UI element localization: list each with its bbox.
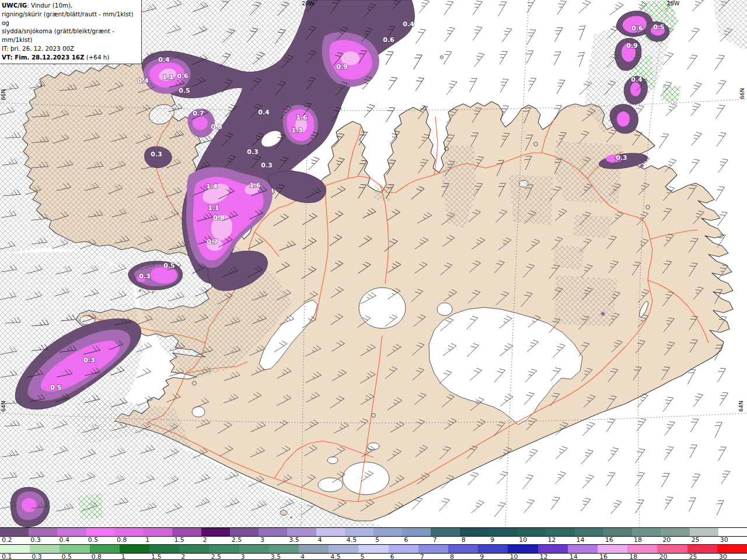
colorbar-segment (120, 545, 150, 553)
colorbar-segment (90, 545, 120, 553)
colorbar-tick-label: 12 (547, 536, 556, 544)
colorbar-segment (431, 528, 460, 536)
colorbar-tick-label: 1.5 (151, 553, 162, 560)
colorbar-tick-label: 6 (390, 553, 395, 560)
colorbar-segment (287, 528, 316, 536)
colorbar-tick-label: 8 (450, 553, 454, 560)
colorbar-segment (632, 528, 661, 536)
colorbar-sleet-snow-labels: 0.20.30.40.50.811.522.533.544.5567891012… (0, 537, 747, 544)
colorbar-segment (389, 545, 419, 553)
colorbar-tick-label: 7 (432, 536, 437, 544)
island-grimsey (440, 55, 443, 58)
colorbar-segment (149, 545, 180, 553)
colorbar-tick-label: 18 (634, 536, 642, 544)
precip-value-label: 0.9 (626, 42, 638, 50)
info-line-5: VT: Fim. 28.12.2023 16Z (+64 h) (2, 53, 139, 62)
colorbar-tick-label: 2 (203, 536, 207, 544)
colorbar-tick-label: 1 (121, 553, 125, 560)
colorbar-tick-label: 12 (540, 553, 548, 560)
precip-value-label: 0.6 (177, 72, 189, 80)
colorbar-segment (0, 545, 30, 553)
colorbar-tick-label: 3 (241, 553, 245, 560)
colorbar-tick-label: 9 (480, 553, 484, 560)
colorbar-tick-label: 16 (599, 553, 608, 560)
colorbar-tick-label: 25 (692, 536, 700, 544)
colorbar-sleet-snow (0, 527, 747, 537)
colorbar-segment (60, 545, 90, 553)
lake-thorisvatn (437, 303, 452, 316)
colorbar-tick-label: 10 (519, 536, 527, 544)
colorbar-segment (269, 545, 299, 553)
colorbar-segment (172, 528, 201, 536)
precip-value-label: 0.5 (163, 262, 175, 270)
colorbar-tick-label: 20 (659, 553, 667, 560)
colorbar-tick-label: 3.5 (271, 553, 281, 560)
precip-value-label: 0.6 (631, 24, 643, 32)
colorbar-segment (259, 528, 288, 536)
colorbar-segment (329, 545, 359, 553)
glacier-eyjafjallajokull (318, 478, 343, 492)
colorbar-tick-label: 4 (318, 536, 322, 544)
colorbar-segment (575, 528, 604, 536)
colorbar-tick-label: 25 (689, 553, 697, 560)
colorbar-tick-label: 9 (490, 536, 494, 544)
colorbar-segment (460, 528, 489, 536)
precip-value-label: 1.6 (296, 114, 308, 121)
info-line-1: UWC/IG: Vindur (10m), (2, 1, 139, 10)
colorbar-tick-label: 0.2 (2, 536, 12, 544)
colorbar-segment (627, 545, 658, 553)
iceland-forecast-map: 0.40.60.90.40.41.10.60.50.70.80.41.61.30… (0, 0, 747, 527)
graticule-label: 64N (0, 401, 6, 412)
colorbar-tick-label: 4 (301, 553, 305, 560)
colorbar-tick-label: 30 (720, 536, 728, 544)
graticule-label: 15W (667, 0, 680, 6)
colorbar-tick-label: 5 (375, 536, 379, 544)
precip-value-label: 0.8 (211, 123, 222, 131)
colorbar-tick-label: 2.5 (232, 536, 242, 544)
colorbar-tick-label: 2.5 (211, 553, 221, 560)
colorbar-segment (546, 528, 575, 536)
colorbar-segment (358, 545, 389, 553)
weather-map-page: 0.40.60.90.40.41.10.60.50.70.80.41.61.30… (0, 0, 747, 560)
colorbar-segment (144, 528, 173, 536)
colorbar-segment (598, 545, 628, 553)
colorbar-segment (57, 528, 86, 536)
colorbar-tick-label: 14 (577, 536, 585, 544)
colorbar-segment (86, 528, 116, 536)
precip-value-label: 0.6 (383, 36, 395, 44)
colorbar-segment (239, 545, 270, 553)
precip-value-label: 1.6 (249, 181, 261, 189)
precip-value-label: 0.8 (213, 214, 225, 222)
colorbar-segment (687, 545, 718, 553)
colorbar-legend: 0.20.30.40.50.811.522.533.544.5567891012… (0, 527, 747, 560)
precip-value-label: 0.4 (158, 56, 170, 64)
colorbar-tick-label: 0.3 (30, 536, 41, 544)
colorbar-rain (0, 544, 747, 554)
colorbar-segment (448, 545, 479, 553)
info-line-3: slydda/snjókoma (grátt/bleikt/grænt - mm… (2, 27, 139, 44)
colorbar-segment (488, 528, 518, 536)
colorbar-segment (418, 545, 449, 553)
colorbar-segment (508, 545, 538, 553)
colorbar-tick-label: 0.1 (2, 553, 12, 560)
colorbar-tick-label: 5 (360, 553, 364, 560)
colorbar-rain-labels: 0.10.30.50.811.522.533.544.5567891012141… (0, 554, 747, 560)
colorbar-tick-label: 2 (181, 553, 185, 560)
precip-value-label: 1.3 (291, 127, 303, 134)
precip-value-label: 0.4 (258, 108, 270, 116)
colorbar-segment (299, 545, 329, 553)
colorbar-segment (374, 528, 403, 536)
colorbar-segment (316, 528, 345, 536)
forecast-info-box: UWC/IG: Vindur (10m), rigning/skúrir (gr… (0, 0, 142, 64)
graticule-label: 64N (738, 401, 744, 412)
colorbar-tick-label: 16 (605, 536, 613, 544)
precip-value-label: 1.1 (208, 204, 219, 212)
precip-value-label: 0.9 (336, 63, 348, 71)
colorbar-tick-label: 3 (260, 536, 264, 544)
colorbar-tick-label: 8 (462, 536, 466, 544)
colorbar-segment (568, 545, 598, 553)
colorbar-segment (30, 545, 60, 553)
colorbar-segment (0, 528, 29, 536)
precip-value-label: 1.4 (206, 183, 218, 190)
colorbar-tick-label: 6 (404, 536, 408, 544)
